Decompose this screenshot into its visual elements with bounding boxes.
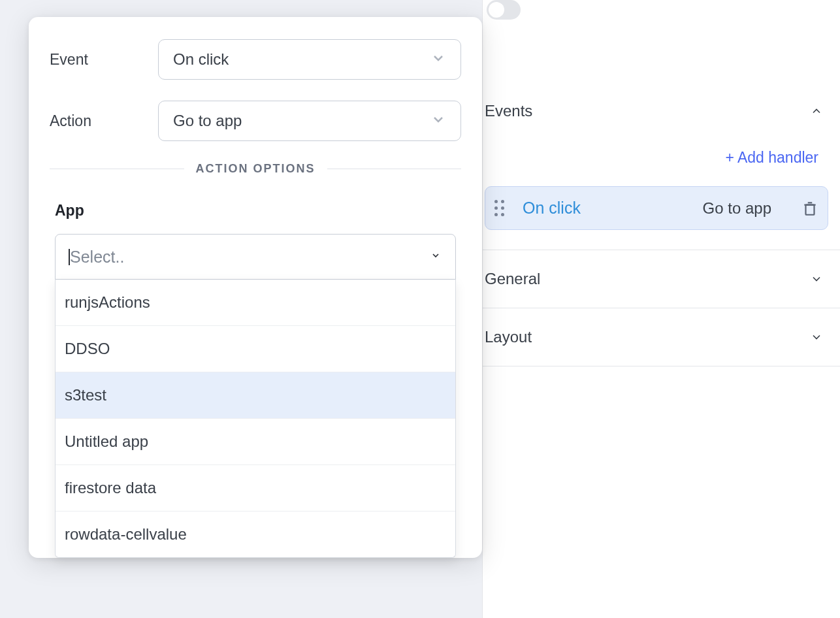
app-field-label: App xyxy=(50,202,461,220)
app-option[interactable]: rowdata-cellvalue xyxy=(56,512,455,557)
section-general-title: General xyxy=(485,270,540,288)
handler-event-label: On click xyxy=(523,199,581,218)
app-dropdown-list[interactable]: runjsActionsDDSOs3testUntitled appfirest… xyxy=(55,280,456,558)
app-select-placeholder: Select.. xyxy=(70,248,124,267)
chevron-up-icon xyxy=(810,105,823,118)
section-layout-title: Layout xyxy=(485,328,532,346)
add-handler-row: + Add handler xyxy=(485,149,828,167)
section-general: General xyxy=(483,250,840,308)
drag-handle-icon[interactable] xyxy=(494,200,504,216)
inspector-panel: Events + Add handler On click Go to app xyxy=(482,0,840,618)
action-select-value: Go to app xyxy=(173,112,242,130)
divider-line xyxy=(327,169,462,169)
section-events: Events + Add handler On click Go to app xyxy=(483,78,840,250)
event-select-value: On click xyxy=(173,50,229,69)
event-label: Event xyxy=(50,51,158,69)
section-events-title: Events xyxy=(485,102,532,120)
event-field-row: Event On click xyxy=(50,39,461,80)
event-handler-row[interactable]: On click Go to app xyxy=(485,186,828,230)
sections-container: Events + Add handler On click Go to app xyxy=(483,78,840,366)
app-select-wrap: Select.. runjsActionsDDSOs3testUntitled … xyxy=(50,234,461,558)
handler-action-label: Go to app xyxy=(703,199,771,218)
action-field-row: Action Go to app xyxy=(50,101,461,141)
chevron-down-icon xyxy=(430,112,446,130)
action-select[interactable]: Go to app xyxy=(158,101,461,141)
event-select[interactable]: On click xyxy=(158,39,461,80)
action-options-divider: ACTION OPTIONS xyxy=(50,162,461,176)
chevron-down-icon xyxy=(810,272,823,285)
app-option[interactable]: Untitled app xyxy=(56,419,455,465)
app-option[interactable]: runjsActions xyxy=(56,280,455,326)
app-select[interactable]: Select.. xyxy=(55,234,456,280)
divider-line xyxy=(50,169,184,169)
app-option[interactable]: firestore data xyxy=(56,465,455,512)
toggle-switch[interactable] xyxy=(487,0,521,20)
add-handler-button[interactable]: + Add handler xyxy=(725,149,818,167)
chevron-down-icon xyxy=(430,50,446,69)
event-config-popup: Event On click Action Go to app ACTION O… xyxy=(29,17,482,558)
section-layout: Layout xyxy=(483,308,840,366)
divider-label: ACTION OPTIONS xyxy=(184,162,327,176)
svg-rect-0 xyxy=(806,204,815,214)
trash-icon[interactable] xyxy=(801,200,818,217)
chevron-down-icon xyxy=(430,250,441,263)
section-general-header[interactable]: General xyxy=(485,270,828,288)
section-layout-header[interactable]: Layout xyxy=(485,328,828,346)
section-events-header[interactable]: Events xyxy=(485,102,828,120)
app-option[interactable]: DDSO xyxy=(56,326,455,372)
chevron-down-icon xyxy=(810,331,823,344)
action-label: Action xyxy=(50,112,158,130)
app-option[interactable]: s3test xyxy=(56,372,455,419)
